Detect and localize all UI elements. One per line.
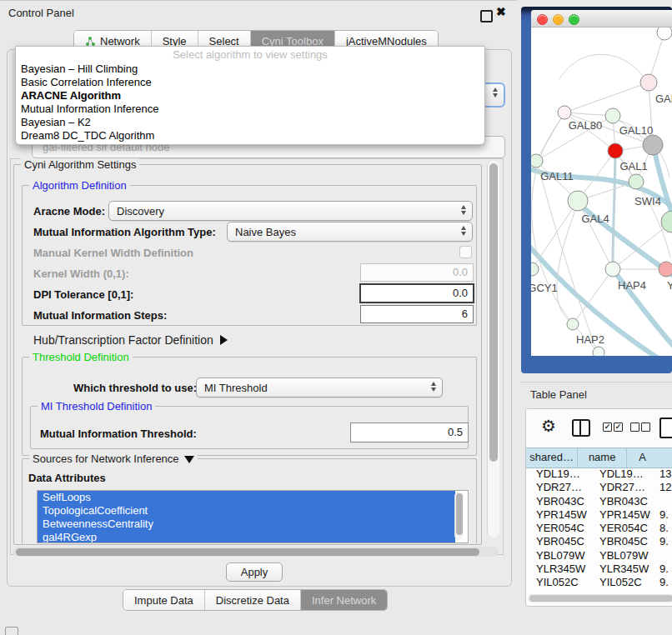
checked-checkbox-icon[interactable]: ✓ xyxy=(614,422,623,432)
table-cell: 8. xyxy=(659,522,672,535)
combo-value: Naive Bayes xyxy=(235,226,296,238)
sources-title[interactable]: Sources for Network Inference xyxy=(29,452,198,465)
network-node[interactable] xyxy=(558,106,571,119)
dropdown-item[interactable]: Bayesian – K2 xyxy=(16,116,484,129)
table-cell xyxy=(659,549,672,562)
network-node[interactable] xyxy=(531,262,539,276)
list-item[interactable]: SelfLoops xyxy=(38,491,455,504)
expanded-arrow-icon xyxy=(184,456,194,463)
table-row[interactable]: YLR345WYLR345W9. xyxy=(526,562,672,576)
dropdown-item[interactable]: ARACNE Algorithm xyxy=(16,89,484,102)
group-title: Threshold Definition xyxy=(29,351,133,363)
tab-label: Infer Network xyxy=(312,594,376,607)
apply-button[interactable]: Apply xyxy=(226,562,283,582)
data-attributes-list[interactable]: SelfLoopsTopologicalCoefficientBetweenne… xyxy=(37,490,469,543)
settings-vertical-scrollbar[interactable] xyxy=(487,161,499,538)
network-node[interactable] xyxy=(608,143,623,158)
aracne-mode-combo[interactable]: Discovery xyxy=(108,201,473,221)
kernel-width-field[interactable]: 0.0 xyxy=(360,263,474,282)
node-label: SWI4 xyxy=(634,195,661,208)
columns-icon[interactable] xyxy=(572,419,590,437)
network-icon xyxy=(85,36,96,47)
table-row[interactable]: YDL19…YDL19…13 xyxy=(526,468,672,481)
network-node[interactable] xyxy=(568,191,588,211)
mi-threshold-label: Mutual Information Threshold: xyxy=(40,428,197,440)
mi-steps-field[interactable]: 6 xyxy=(360,305,474,323)
network-node[interactable] xyxy=(567,318,579,330)
dropdown-item[interactable]: Dream8 DC_TDC Algorithm xyxy=(16,129,484,142)
spinner-arrows-icon xyxy=(461,205,466,215)
node-label: HAP4 xyxy=(618,279,646,292)
list-item[interactable]: gal4RGexp xyxy=(38,531,455,543)
table-row[interactable]: YIL052CYIL052C9. xyxy=(526,576,672,589)
network-node[interactable] xyxy=(657,28,672,40)
dropdown-item-list: Bayesian – Hill ClimbingBasic Correlatio… xyxy=(16,62,484,142)
table-row[interactable]: YBR045CYBR045C9. xyxy=(526,535,672,548)
table-header-row: shared… name A xyxy=(526,448,672,468)
table-cell xyxy=(659,495,672,508)
network-node[interactable] xyxy=(659,262,672,277)
network-node[interactable] xyxy=(643,135,663,155)
column-header[interactable]: name xyxy=(578,448,627,468)
which-threshold-label: Which threshold to use: xyxy=(73,382,197,394)
unchecked-checkbox-icon[interactable] xyxy=(641,422,650,432)
table-cell: 9. xyxy=(659,562,672,576)
table-horizontal-scrollbar[interactable] xyxy=(528,594,672,602)
dropdown-placeholder: Select algorithm to view settings xyxy=(16,47,484,62)
tab-infer-network[interactable]: Infer Network xyxy=(301,590,387,610)
node-label: GAL80 xyxy=(569,119,602,132)
float-panel-icon[interactable] xyxy=(480,10,493,22)
close-icon[interactable]: ✖ xyxy=(496,5,506,18)
mac-zoom-icon[interactable] xyxy=(569,14,579,25)
document-icon[interactable] xyxy=(659,418,672,438)
network-canvas[interactable]: GAL7GAL80GAL10GAL1GAL11SWI4GAL4GCY1HAP4Y… xyxy=(531,28,672,356)
column-header[interactable]: A xyxy=(627,448,672,468)
table-cell: YBR043C xyxy=(599,495,658,508)
network-node[interactable] xyxy=(593,347,604,356)
network-node[interactable] xyxy=(605,108,620,123)
hub-factor-section[interactable]: Hub/Transcription Factor Definition xyxy=(33,333,228,347)
mi-type-combo[interactable]: Naive Bayes xyxy=(227,222,473,242)
network-node[interactable] xyxy=(605,262,620,277)
dpi-tolerance-field[interactable]: 0.0 xyxy=(359,283,474,303)
mac-close-icon[interactable] xyxy=(537,14,548,25)
network-node[interactable] xyxy=(531,154,543,168)
table-cell: YDL19… xyxy=(536,468,598,481)
list-item[interactable]: TopologicalCoefficient xyxy=(38,504,455,518)
tab-discretize-data[interactable]: Discretize Data xyxy=(205,590,301,610)
tab-impute-data[interactable]: Impute Data xyxy=(123,590,205,610)
list-scrollbar[interactable] xyxy=(454,492,464,540)
dropdown-item[interactable]: Basic Correlation Inference xyxy=(16,76,484,89)
gear-icon[interactable]: ⚙ xyxy=(541,416,556,436)
kernel-width-label: Kernel Width (0,1): xyxy=(33,268,129,280)
table-cell: 9. xyxy=(659,535,672,548)
combo-value: MI Threshold xyxy=(204,382,268,394)
manual-kernel-checkbox[interactable] xyxy=(459,246,472,258)
mi-threshold-field[interactable]: 0.5 xyxy=(350,422,469,442)
network-window-titlebar[interactable] xyxy=(531,10,672,28)
dropdown-item[interactable]: Bayesian – Hill Climbing xyxy=(16,62,484,76)
checked-checkbox-icon[interactable]: ✓ xyxy=(603,422,612,432)
table-row[interactable]: YBL079WYBL079W xyxy=(526,549,672,562)
table-row[interactable]: YER054CYER054C8. xyxy=(526,522,672,535)
dropdown-item[interactable]: Mutual Information Inference xyxy=(16,102,484,116)
unchecked-checkbox-icon[interactable] xyxy=(630,422,639,432)
table-cell: YBR045C xyxy=(536,535,598,548)
table-row[interactable]: YDR27…YDR27…12 xyxy=(526,481,672,494)
network-node[interactable] xyxy=(629,174,644,189)
algorithm-combo-focus-fragment[interactable] xyxy=(482,82,505,108)
list-item[interactable]: BetweennessCentrality xyxy=(38,518,455,531)
sources-title-label: Sources for Network Inference xyxy=(33,452,179,465)
mac-minimize-icon[interactable] xyxy=(553,14,564,25)
table-row[interactable]: YPR145WYPR145W9. xyxy=(526,508,672,522)
minimized-panel-icon[interactable] xyxy=(5,627,18,635)
which-threshold-combo[interactable]: MI Threshold xyxy=(196,378,443,398)
network-node[interactable] xyxy=(640,74,657,91)
panel-title: Control Panel xyxy=(8,7,74,19)
mi-type-label: Mutual Information Algorithm Type: xyxy=(33,226,216,238)
mi-steps-label: Mutual Information Steps: xyxy=(33,309,167,322)
settings-horizontal-scrollbar[interactable] xyxy=(13,547,499,557)
table-row[interactable]: YBR043CYBR043C xyxy=(526,495,672,508)
column-header[interactable]: shared… xyxy=(526,448,578,468)
table-cell: YDL19… xyxy=(599,468,658,481)
